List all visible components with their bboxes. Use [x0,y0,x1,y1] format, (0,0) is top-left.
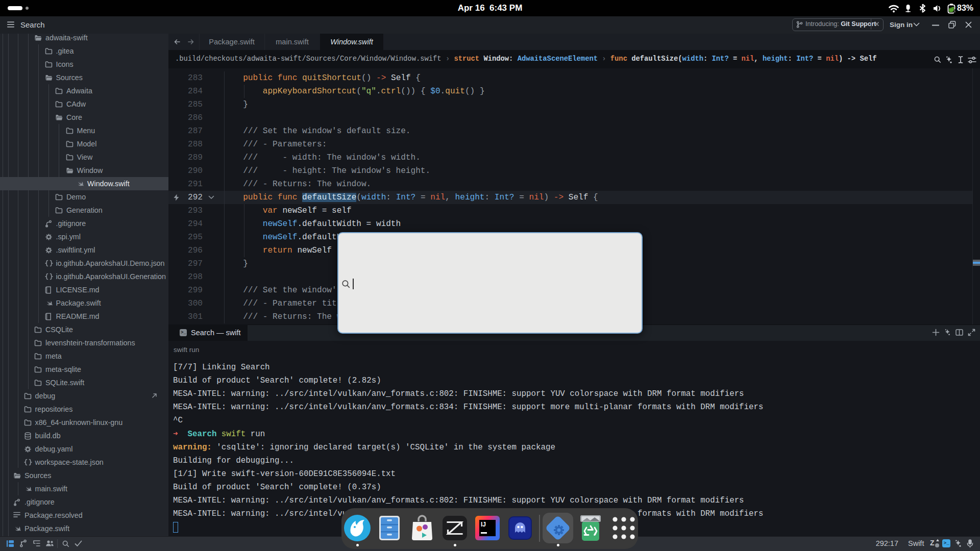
svg-text:IJ: IJ [481,521,486,528]
